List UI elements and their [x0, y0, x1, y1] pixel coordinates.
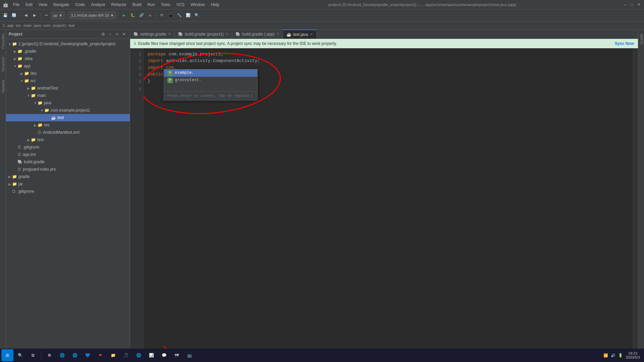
- taskbar-app-9[interactable]: 📊: [145, 349, 157, 361]
- panel-settings-icon[interactable]: ⚙: [100, 31, 106, 37]
- breadcrumb-7[interactable]: project1: [53, 23, 66, 27]
- panel-close-icon[interactable]: ✕: [121, 31, 127, 37]
- minimize-button[interactable]: ─: [623, 2, 628, 7]
- tab-close-icon[interactable]: ✕: [310, 32, 313, 37]
- sync-now-button[interactable]: Sync Now: [615, 41, 634, 46]
- breadcrumb-5[interactable]: java: [34, 23, 41, 27]
- api-dropdown[interactable]: 3.2 HVGA slider API 25 ▼: [68, 11, 116, 19]
- tree-item-libs[interactable]: ▶ 📁 libs: [6, 70, 130, 77]
- menu-window[interactable]: Window: [188, 2, 208, 8]
- tab-test-java[interactable]: ☕ test.java ✕: [283, 29, 317, 39]
- autocomplete-popup[interactable]: P example. P groovytest. · Press Enter t…: [164, 69, 258, 101]
- favorites-panel-label[interactable]: Favorites: [0, 29, 6, 53]
- tree-item-src[interactable]: ▼ 📁 src: [6, 77, 130, 84]
- gradle-sync-button[interactable]: ⟳: [158, 11, 166, 20]
- breadcrumb-6[interactable]: com: [44, 23, 51, 27]
- variants-panel-label[interactable]: Variants: [0, 76, 6, 97]
- back-button[interactable]: ◀: [22, 11, 30, 20]
- structure-panel-label[interactable]: Structure: [0, 53, 6, 76]
- stop-button[interactable]: ■: [146, 11, 154, 20]
- taskbar-app-10[interactable]: 💬: [158, 349, 170, 361]
- profile-button[interactable]: 📊: [184, 11, 192, 20]
- tab-build-gradle-project[interactable]: 🐘 build.gradle (project1) ✕: [175, 29, 232, 39]
- menu-edit[interactable]: Edit: [23, 2, 35, 8]
- ac-more-button[interactable]: ⋮: [249, 93, 254, 99]
- tree-item-gradle[interactable]: ▶ 📁 .gradle: [6, 48, 130, 55]
- sync-button[interactable]: 🔄: [10, 11, 18, 20]
- tree-item-main[interactable]: ▼ 📁 main: [6, 92, 130, 99]
- tree-item-gitignore-root[interactable]: 🗋 .gitignore: [6, 188, 130, 195]
- breadcrumb-3[interactable]: src: [16, 23, 21, 27]
- panel-expand-icon[interactable]: ↕: [107, 31, 113, 37]
- menu-tools[interactable]: Tools: [158, 2, 173, 8]
- jar-dropdown[interactable]: jar ▼: [51, 11, 65, 19]
- breadcrumb-8[interactable]: test: [69, 23, 75, 27]
- start-button[interactable]: ⊞: [1, 349, 13, 361]
- attach-button[interactable]: 🔗: [138, 11, 146, 20]
- tree-item-gradle-folder[interactable]: ▶ 📁 gradle: [6, 173, 130, 180]
- avd-button[interactable]: 📱: [167, 11, 175, 20]
- tree-item-build-gradle-app[interactable]: 🐘 build.gradle: [6, 158, 130, 166]
- tree-item-project[interactable]: ▼ 📁 1 [project1] D:\Android_Develop\grad…: [6, 40, 130, 48]
- taskbar-app-3[interactable]: 🌐: [69, 349, 81, 361]
- tree-item-test-file[interactable]: ☕ test: [6, 114, 130, 121]
- menu-refactor[interactable]: Refactor: [109, 2, 129, 8]
- taskbar-app-5[interactable]: ❤: [94, 349, 106, 361]
- menu-code[interactable]: Code: [72, 2, 88, 8]
- undo-button[interactable]: ↩: [42, 11, 50, 20]
- tree-item-app[interactable]: ▼ 📁 app: [6, 62, 130, 70]
- taskbar-app-11[interactable]: 🗺: [171, 349, 183, 361]
- taskbar-app-1[interactable]: ⚙: [43, 349, 55, 361]
- breadcrumb-2[interactable]: app: [7, 23, 13, 27]
- tab-close-icon[interactable]: ✕: [168, 32, 171, 36]
- search-taskbar-button[interactable]: 🔍: [14, 349, 26, 361]
- system-time[interactable]: 18:23 2020/5/3: [626, 351, 640, 359]
- menu-view[interactable]: View: [36, 2, 50, 8]
- search-everywhere-button[interactable]: 🔍: [193, 11, 201, 20]
- menu-navigate[interactable]: Navigate: [51, 2, 72, 8]
- tree-item-app-iml[interactable]: 🗋 app.iml: [6, 151, 130, 158]
- menu-vcs[interactable]: VCS: [174, 2, 187, 8]
- tab-build-gradle-app[interactable]: 🐘 build.gradle (:app) ✕: [232, 29, 283, 39]
- panel-gear-icon[interactable]: ≡: [114, 31, 120, 37]
- tree-item-test-folder[interactable]: ▶ 📁 test: [6, 136, 130, 143]
- ac-item-example[interactable]: P example.: [164, 69, 257, 77]
- tree-item-java[interactable]: ▼ 📁 java: [6, 99, 130, 107]
- save-all-button[interactable]: 💾: [1, 11, 9, 20]
- menu-run[interactable]: Run: [145, 2, 158, 8]
- tree-item-com-example[interactable]: ▼ 📁 com.example.project1: [6, 107, 130, 114]
- tree-item-androidtest[interactable]: ▶ 📁 androidTest: [6, 84, 130, 92]
- debug-button[interactable]: 🐛: [129, 11, 137, 20]
- taskbar-app-7[interactable]: 🎵: [120, 349, 132, 361]
- tree-item-gitignore-app[interactable]: 🗋 .gitignore: [6, 143, 130, 151]
- close-button[interactable]: ✕: [636, 2, 641, 7]
- gradle-panel-label[interactable]: Gradle: [638, 29, 644, 49]
- breadcrumb-4[interactable]: main: [23, 23, 32, 27]
- code-editor[interactable]: 1 2 3 4 5 6 package com.example.project1…: [130, 48, 638, 353]
- menu-file[interactable]: File: [10, 2, 22, 8]
- breadcrumb-1[interactable]: 1: [3, 23, 5, 27]
- tree-item-idea[interactable]: ▶ 📁 .idea: [6, 55, 130, 62]
- code-content[interactable]: package com.example.project1; import and…: [144, 48, 633, 353]
- task-view-button[interactable]: ⧉: [27, 349, 39, 361]
- menu-help[interactable]: Help: [208, 2, 222, 8]
- tree-item-proguard[interactable]: 🗋 proguard-rules.pro: [6, 166, 130, 173]
- tab-close-icon[interactable]: ✕: [225, 32, 228, 36]
- taskbar-app-6[interactable]: 📁: [107, 349, 119, 361]
- taskbar-app-2[interactable]: 🌐: [56, 349, 68, 361]
- maximize-button[interactable]: □: [629, 2, 635, 7]
- menu-analyze[interactable]: Analyze: [88, 2, 108, 8]
- tree-item-res[interactable]: ▶ 📁 res: [6, 121, 130, 129]
- sdk-button[interactable]: 🔧: [175, 11, 183, 20]
- tab-settings-gradle[interactable]: 🐘 settings.gradle ✕: [130, 29, 175, 39]
- run-button[interactable]: ▶: [120, 11, 128, 20]
- taskbar-app-4[interactable]: 💙: [82, 349, 94, 361]
- tree-item-jar-folder[interactable]: ▶ 📁 jar: [6, 180, 130, 188]
- tree-item-manifest[interactable]: 🗋 AndroidManifest.xml: [6, 129, 130, 136]
- ac-item-groovytest[interactable]: P groovytest.: [164, 77, 257, 84]
- menu-build[interactable]: Build: [130, 2, 144, 8]
- taskbar-app-12[interactable]: 📺: [183, 349, 196, 361]
- forward-button[interactable]: ▶: [31, 11, 39, 20]
- taskbar-app-8[interactable]: 🌐: [132, 349, 145, 361]
- tab-close-icon[interactable]: ✕: [276, 32, 279, 36]
